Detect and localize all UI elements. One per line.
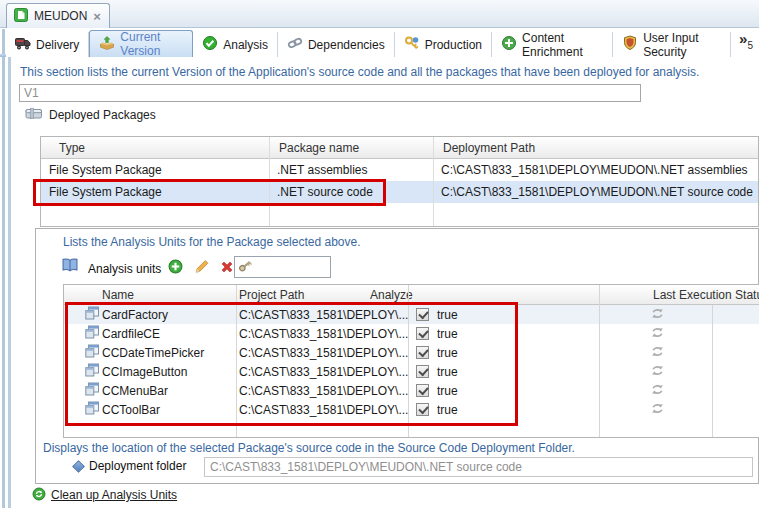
analyze-checkbox[interactable] xyxy=(416,346,429,359)
analysis-unit-row-ccimagebutton[interactable]: CCImageButton C:\CAST\833_1581\DEPLOY\..… xyxy=(64,362,759,381)
cell-analyze-value: true xyxy=(437,327,458,341)
tab-current-version[interactable]: Current Version xyxy=(89,30,193,57)
analysis-units-filter-box[interactable] xyxy=(234,256,331,278)
cell-deployment-path: C:\CAST\833_1581\DEPLOY\MEUDON\.NET asse… xyxy=(433,163,758,177)
analyze-checkbox[interactable] xyxy=(416,403,429,416)
tab-production[interactable]: Production xyxy=(395,32,492,57)
tab-dependencies[interactable]: Dependencies xyxy=(278,32,395,57)
analysis-unit-icon xyxy=(85,382,99,399)
cast-current-version-screen: MEUDON × Delivery Current Version Analys… xyxy=(0,0,759,508)
cell-project-path: C:\CAST\833_1581\DEPLOY\... xyxy=(239,327,416,341)
tab-label: Production xyxy=(425,38,482,52)
delete-x-icon[interactable] xyxy=(220,260,234,277)
analysis-unit-icon xyxy=(85,401,99,418)
cell-analyze-value: true xyxy=(437,403,458,417)
analysis-unit-icon xyxy=(85,363,99,380)
tab-user-input-security[interactable]: User Input Security xyxy=(613,32,731,57)
column-header-last-execution-status: Last Execution Status xyxy=(653,288,759,302)
filter-input[interactable] xyxy=(253,259,323,275)
cell-project-path: C:\CAST\833_1581\DEPLOY\... xyxy=(239,365,416,379)
table-row-empty xyxy=(41,203,758,226)
tab-overflow-chevron[interactable]: » 5 xyxy=(733,32,759,57)
refresh-status-icon xyxy=(650,366,665,380)
chevron-more-icon: » xyxy=(739,32,747,46)
refresh-status-icon xyxy=(650,404,665,418)
refresh-status-icon xyxy=(650,385,665,399)
analysis-units-description: Lists the Analysis Units for the Package… xyxy=(63,235,361,249)
table-row-net-source-code-selected[interactable]: File System Package .NET source code C:\… xyxy=(41,181,758,203)
cell-type: File System Package xyxy=(41,185,269,199)
column-header-project-path: Project Path xyxy=(239,288,370,302)
analysis-unit-row-ccmenubar[interactable]: CCMenuBar C:\CAST\833_1581\DEPLOY\... tr… xyxy=(64,381,759,400)
analysis-unit-row-cardfactory[interactable]: CardFactory C:\CAST\833_1581\DEPLOY\... … xyxy=(64,305,759,324)
analysis-units-book-icon xyxy=(61,258,79,276)
column-header-deployment-path: Deployment Path xyxy=(433,141,758,155)
column-header-name: Name xyxy=(102,288,239,302)
analysis-unit-row-cardfilece[interactable]: CardfileCE C:\CAST\833_1581\DEPLOY\... t… xyxy=(64,324,759,343)
cell-name: CCDateTimePicker xyxy=(102,346,239,360)
analyze-checkbox[interactable] xyxy=(416,308,429,321)
delivery-truck-icon xyxy=(15,37,31,53)
cell-package-name: .NET source code xyxy=(269,185,433,199)
tab-label: Current Version xyxy=(120,30,183,58)
cell-analyze-value: true xyxy=(437,308,458,322)
cell-project-path: C:\CAST\833_1581\DEPLOY\... xyxy=(239,308,416,322)
cell-analyze-value: true xyxy=(437,384,458,398)
refresh-status-icon xyxy=(650,328,665,342)
tab-delivery[interactable]: Delivery xyxy=(6,32,89,57)
cell-project-path: C:\CAST\833_1581\DEPLOY\... xyxy=(239,403,416,417)
refresh-status-icon xyxy=(650,309,665,323)
analysis-unit-row-ccdatetimepicker[interactable]: CCDateTimePicker C:\CAST\833_1581\DEPLOY… xyxy=(64,343,759,362)
analyze-checkbox[interactable] xyxy=(416,384,429,397)
tab-analysis[interactable]: Analysis xyxy=(193,32,278,57)
application-icon xyxy=(14,8,28,25)
cell-package-name: .NET assemblies xyxy=(269,163,433,177)
cell-name: CCImageButton xyxy=(102,365,239,379)
column-divider xyxy=(712,305,713,438)
clean-up-analysis-units-link[interactable]: Clean up Analysis Units xyxy=(51,488,177,502)
column-header-analyze: Analyze xyxy=(370,288,653,302)
cell-analyze-value: true xyxy=(437,365,458,379)
add-analysis-unit-button[interactable] xyxy=(168,259,183,277)
close-icon[interactable]: × xyxy=(93,10,101,23)
deployment-folder-field[interactable]: C:\CAST\833_1581\DEPLOY\MEUDON\.NET sour… xyxy=(204,457,753,477)
tab-label: Content Enrichment xyxy=(522,31,603,59)
column-divider xyxy=(408,285,409,437)
editor-tab-meudon[interactable]: MEUDON × xyxy=(6,3,110,28)
current-version-box-icon xyxy=(99,35,115,54)
analyze-checkbox[interactable] xyxy=(416,365,429,378)
tab-overflow-count: 5 xyxy=(747,40,753,51)
editor-tab-title: MEUDON xyxy=(34,9,87,23)
analyze-checkbox[interactable] xyxy=(416,327,429,340)
column-divider xyxy=(599,285,600,437)
cell-name: CCToolBar xyxy=(102,403,239,417)
column-divider xyxy=(433,137,434,226)
tab-label: Delivery xyxy=(36,38,79,52)
analysis-unit-row-cctoolbar[interactable]: CCToolBar C:\CAST\833_1581\DEPLOY\... tr… xyxy=(64,400,759,419)
tab-label: Dependencies xyxy=(308,38,385,52)
analysis-check-icon xyxy=(202,35,218,54)
edit-pencil-icon[interactable] xyxy=(194,259,210,277)
cell-deployment-path: C:\CAST\833_1581\DEPLOY\MEUDON\.NET sour… xyxy=(433,185,758,199)
production-keys-icon xyxy=(404,35,420,54)
cell-project-path: C:\CAST\833_1581\DEPLOY\... xyxy=(239,384,416,398)
key-icon xyxy=(237,258,253,277)
deployed-packages-table-header: Type Package name Deployment Path xyxy=(41,137,758,159)
package-icon xyxy=(25,107,43,123)
version-name-input[interactable] xyxy=(19,84,641,102)
cell-name: CardFactory xyxy=(102,308,239,322)
cell-name: CardfileCE xyxy=(102,327,239,341)
user-input-security-shield-icon xyxy=(622,35,638,54)
left-content-border xyxy=(8,57,11,508)
analysis-unit-icon xyxy=(85,344,99,361)
deployed-packages-table: Type Package name Deployment Path File S… xyxy=(40,136,759,227)
tab-content-enrichment[interactable]: Content Enrichment xyxy=(492,32,613,57)
analysis-unit-icon xyxy=(85,306,99,323)
cell-name: CCMenuBar xyxy=(102,384,239,398)
dependencies-link-icon xyxy=(287,35,303,54)
cell-analyze-value: true xyxy=(437,346,458,360)
column-header-package-name: Package name xyxy=(269,141,433,155)
cell-project-path: C:\CAST\833_1581\DEPLOY\... xyxy=(239,346,416,360)
table-row-net-assemblies[interactable]: File System Package .NET assemblies C:\C… xyxy=(41,159,758,181)
content-enrichment-plus-icon xyxy=(501,35,517,54)
